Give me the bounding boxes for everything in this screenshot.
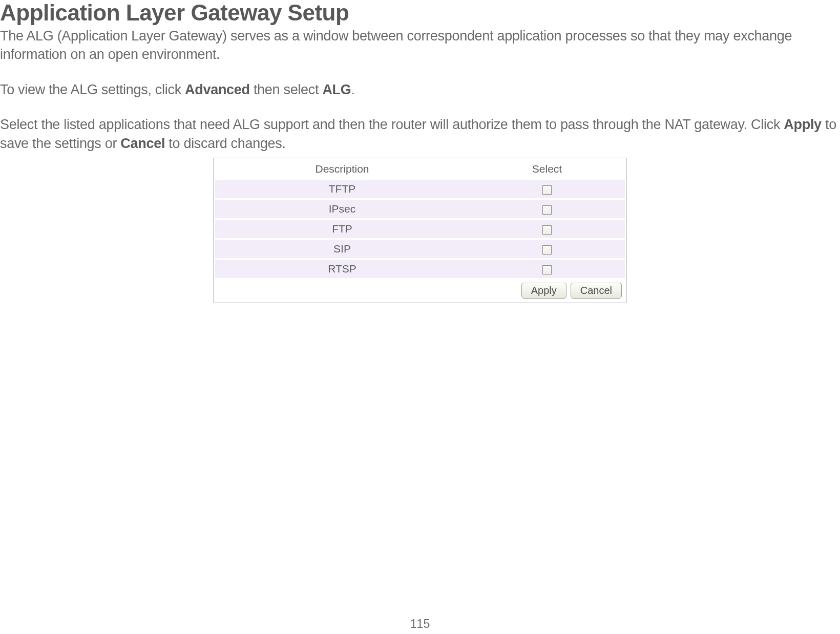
table-row: RTSP xyxy=(215,260,625,278)
alg-settings-panel: Description Select TFTP IPsec FTP xyxy=(214,158,626,303)
advanced-label: Advanced xyxy=(185,82,250,97)
cancel-label: Cancel xyxy=(120,136,165,151)
row-label-sip: SIP xyxy=(215,240,469,258)
button-row: Apply Cancel xyxy=(215,280,625,300)
checkbox-ipsec[interactable] xyxy=(542,205,552,215)
instruction-paragraph-1: To view the ALG settings, click Advanced… xyxy=(0,80,840,99)
apply-button[interactable]: Apply xyxy=(521,283,566,299)
row-label-rtsp: RTSP xyxy=(215,260,469,278)
text: Select the listed applications that need… xyxy=(0,117,784,132)
table-row: IPsec xyxy=(215,200,625,218)
apply-label: Apply xyxy=(784,117,822,132)
checkbox-ftp[interactable] xyxy=(542,225,552,235)
row-label-tftp: TFTP xyxy=(215,180,469,198)
intro-paragraph: The ALG (Application Layer Gateway) serv… xyxy=(0,27,840,64)
table-row: TFTP xyxy=(215,180,625,198)
page-title: Application Layer Gateway Setup xyxy=(0,0,840,26)
text: . xyxy=(351,82,355,97)
row-label-ipsec: IPsec xyxy=(215,200,469,218)
instruction-paragraph-2: Select the listed applications that need… xyxy=(0,115,840,153)
col-header-select: Select xyxy=(469,161,625,178)
table-row: FTP xyxy=(215,220,625,238)
page-number: 115 xyxy=(0,617,840,631)
col-header-description: Description xyxy=(215,161,469,178)
alg-table: Description Select TFTP IPsec FTP xyxy=(215,159,625,280)
cancel-button[interactable]: Cancel xyxy=(571,283,622,299)
alg-label: ALG xyxy=(322,82,351,97)
table-row: SIP xyxy=(215,240,625,258)
text: To view the ALG settings, click xyxy=(0,82,185,97)
text: then select xyxy=(250,82,323,97)
checkbox-sip[interactable] xyxy=(542,245,552,255)
row-label-ftp: FTP xyxy=(215,220,469,238)
checkbox-rtsp[interactable] xyxy=(542,265,552,274)
checkbox-tftp[interactable] xyxy=(542,185,552,195)
text: to discard changes. xyxy=(165,136,286,151)
